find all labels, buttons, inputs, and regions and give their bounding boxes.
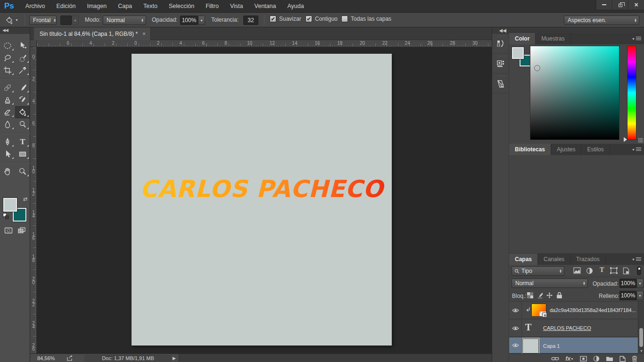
menu-capa[interactable]: Capa bbox=[112, 0, 138, 13]
clone-stamp-tool[interactable] bbox=[0, 94, 15, 106]
opacity-value[interactable]: 100% bbox=[180, 16, 198, 25]
filter-adjustment-icon[interactable] bbox=[586, 267, 593, 274]
layer-name[interactable]: CARLOS PACHECO bbox=[543, 325, 591, 331]
lock-position-icon[interactable] bbox=[546, 292, 553, 299]
brush-tool[interactable] bbox=[15, 82, 30, 94]
status-arrow-icon[interactable]: ▶ bbox=[173, 356, 176, 361]
quick-selection-tool[interactable] bbox=[15, 52, 30, 64]
foreground-color-swatch[interactable] bbox=[512, 47, 524, 59]
layer-row-clipped-image[interactable]: da2c9a4280d1358a24ed1843f7184... bbox=[509, 302, 638, 319]
layer-filter-dropdown[interactable]: Tipo ▲▼ bbox=[512, 266, 564, 276]
zoom-tool[interactable] bbox=[15, 165, 30, 178]
lock-transparency-icon[interactable] bbox=[527, 292, 533, 298]
tab-close-icon[interactable]: × bbox=[142, 31, 146, 37]
default-colors-icon[interactable] bbox=[3, 213, 9, 219]
layer-row-text[interactable]: T CARLOS PACHECO bbox=[509, 320, 638, 337]
workspace-dropdown[interactable]: Aspectos esen. ▲▼ bbox=[564, 16, 639, 25]
layer-name[interactable]: da2c9a4280d1358a24ed1843f7184... bbox=[550, 307, 636, 313]
lock-pixels-icon[interactable] bbox=[537, 292, 544, 299]
crop-tool[interactable] bbox=[0, 64, 15, 76]
minimize-button[interactable] bbox=[596, 0, 612, 9]
lasso-tool[interactable] bbox=[0, 52, 15, 64]
add-mask-icon[interactable] bbox=[580, 356, 587, 362]
swap-colors-icon[interactable]: ⇄ bbox=[23, 196, 27, 202]
expand-panels-button[interactable]: ◀◀ bbox=[492, 27, 509, 34]
pattern-swatch[interactable] bbox=[60, 16, 72, 25]
fill-arrow[interactable]: ▼ bbox=[636, 291, 644, 300]
path-selection-tool[interactable] bbox=[0, 148, 15, 160]
tab-capas[interactable]: Capas bbox=[509, 254, 538, 265]
delete-layer-icon[interactable] bbox=[632, 355, 637, 362]
menu-ayuda[interactable]: Ayuda bbox=[281, 0, 309, 13]
layer-row-capa1[interactable]: Capa 1 bbox=[509, 337, 638, 354]
tab-ajustes[interactable]: Ajustes bbox=[551, 144, 581, 155]
layer-style-icon[interactable]: fx▼ bbox=[565, 355, 574, 362]
adjustment-layer-icon[interactable] bbox=[593, 355, 600, 362]
tool-preset-button[interactable]: ▼ bbox=[2, 14, 22, 26]
checkbox-box[interactable]: ✔ bbox=[305, 16, 312, 22]
screen-mode-button[interactable] bbox=[15, 224, 28, 237]
hand-tool[interactable] bbox=[0, 165, 15, 178]
share-icon[interactable] bbox=[67, 355, 74, 361]
pen-tool[interactable] bbox=[0, 136, 15, 148]
filter-pixel-icon[interactable] bbox=[573, 267, 581, 274]
resize-grip[interactable] bbox=[638, 138, 643, 143]
scrollbar-thumb[interactable] bbox=[639, 328, 643, 347]
saturation-brightness-field[interactable] bbox=[530, 46, 619, 140]
quick-mask-button[interactable] bbox=[2, 224, 15, 237]
panel-menu-button[interactable]: ▼ bbox=[632, 148, 641, 152]
link-layers-icon[interactable] bbox=[551, 356, 559, 361]
visibility-toggle[interactable] bbox=[509, 337, 522, 353]
history-panel-button[interactable] bbox=[492, 34, 509, 54]
mode-dropdown[interactable]: Normal ▲▼ bbox=[103, 16, 146, 25]
layer-opacity-arrow[interactable]: ▼ bbox=[636, 279, 644, 288]
filter-toggle-switch[interactable] bbox=[637, 266, 641, 275]
checkbox-box[interactable]: ✔ bbox=[270, 16, 276, 22]
hue-slider-arrow[interactable] bbox=[624, 137, 627, 142]
tolerance-input[interactable]: 32 bbox=[243, 16, 258, 25]
shape-tool[interactable] bbox=[15, 148, 30, 160]
document-tab[interactable]: Sin título-1 al 84,6% (Capa 1, RGB/8) * … bbox=[34, 27, 151, 40]
panel-menu-button[interactable]: ▼ bbox=[632, 257, 641, 262]
blend-mode-dropdown[interactable]: Normal ▲▼ bbox=[512, 279, 588, 288]
checkbox-suavizar[interactable]: ✔Suavizar bbox=[270, 16, 301, 22]
blur-tool[interactable] bbox=[0, 118, 15, 131]
lock-all-icon[interactable] bbox=[556, 292, 562, 299]
fill-source-dropdown[interactable]: Frontal ▲▼ bbox=[29, 16, 57, 25]
hue-strip[interactable] bbox=[627, 46, 636, 140]
history-brush-tool[interactable] bbox=[15, 94, 30, 106]
new-layer-icon[interactable] bbox=[619, 356, 626, 362]
menu-vista[interactable]: Vista bbox=[224, 0, 249, 13]
visibility-toggle[interactable] bbox=[509, 302, 522, 319]
healing-brush-tool[interactable] bbox=[0, 82, 15, 94]
tab-trazados[interactable]: Trazados bbox=[570, 254, 606, 265]
tab-bibliotecas[interactable]: Bibliotecas bbox=[509, 144, 551, 155]
tab-muestras[interactable]: Muestras bbox=[536, 33, 570, 44]
layer-thumbnail[interactable] bbox=[532, 304, 546, 316]
layer-thumbnail[interactable] bbox=[523, 339, 538, 353]
tab-canales[interactable]: Canales bbox=[538, 254, 570, 265]
pattern-dropdown-arrow[interactable]: ▼ bbox=[72, 16, 79, 25]
filter-shape-icon[interactable] bbox=[610, 267, 618, 274]
restore-button[interactable] bbox=[612, 0, 628, 9]
eyedropper-tool[interactable] bbox=[15, 64, 30, 76]
tab-color[interactable]: Color bbox=[509, 33, 536, 44]
filter-smart-object-icon[interactable] bbox=[623, 267, 629, 274]
panel-menu-button[interactable]: ▼ bbox=[632, 37, 641, 41]
menu-edición[interactable]: Edición bbox=[50, 0, 81, 13]
layer-name[interactable]: Capa 1 bbox=[543, 343, 560, 349]
canvas-document[interactable]: CARLOS PACHECO bbox=[132, 54, 392, 346]
marquee-tool[interactable] bbox=[0, 40, 15, 52]
foreground-color-swatch[interactable] bbox=[3, 198, 17, 212]
checkbox-todas-las-capas[interactable]: Todas las capas bbox=[341, 16, 391, 22]
type-tool[interactable]: T bbox=[15, 136, 30, 148]
filter-type-icon[interactable]: T bbox=[600, 266, 604, 274]
new-group-icon[interactable] bbox=[606, 356, 613, 362]
menu-imagen[interactable]: Imagen bbox=[81, 0, 112, 13]
tab-estilos[interactable]: Estilos bbox=[581, 144, 610, 155]
info-panel-button[interactable] bbox=[492, 74, 509, 93]
move-tool[interactable] bbox=[15, 40, 30, 52]
collapse-tools-button[interactable]: ◀◀ bbox=[0, 27, 30, 34]
close-button[interactable]: × bbox=[628, 0, 644, 9]
panel-grip[interactable] bbox=[0, 34, 30, 37]
